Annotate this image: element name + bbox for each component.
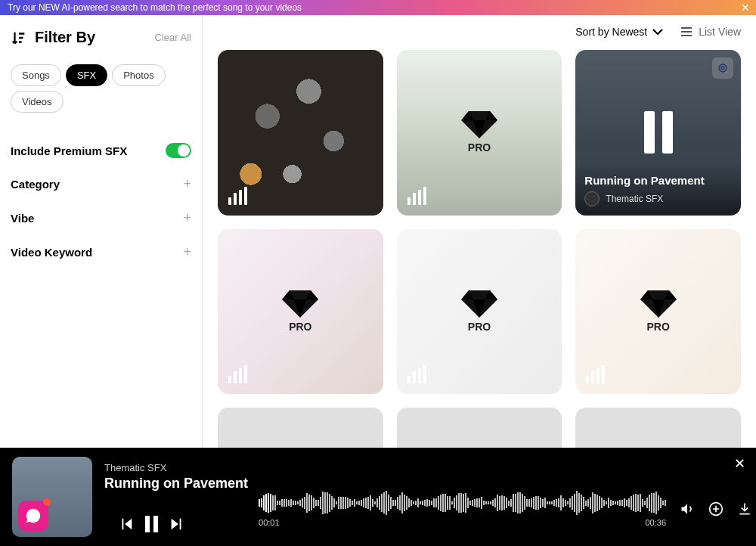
sfx-card[interactable]: PRO — [397, 50, 562, 216]
card-artist: Thematic SFX — [606, 194, 663, 204]
premium-toggle-label: Include Premium SFX — [11, 144, 127, 157]
diamond-icon — [640, 290, 677, 318]
card-title: Running on Pavement — [584, 174, 732, 187]
sfx-card[interactable] — [218, 50, 383, 216]
player-artist: Thematic SFX — [104, 462, 248, 473]
sfx-card[interactable]: PRO — [397, 229, 562, 395]
pause-icon[interactable] — [644, 111, 673, 154]
audio-bars-icon — [407, 187, 426, 205]
close-icon[interactable]: ✕ — [734, 455, 745, 472]
notification-dot — [43, 498, 51, 506]
next-track-icon[interactable] — [169, 516, 185, 532]
plus-icon: + — [183, 210, 191, 226]
list-view-button[interactable]: List View — [680, 26, 741, 38]
tab-photos[interactable]: Photos — [112, 64, 165, 86]
tab-sfx[interactable]: SFX — [66, 64, 107, 86]
chat-button[interactable] — [18, 501, 48, 531]
time-total: 00:36 — [645, 518, 666, 527]
audio-bars-icon — [586, 365, 605, 383]
sfx-card[interactable] — [397, 408, 562, 448]
close-icon[interactable]: ✕ — [741, 2, 750, 14]
premium-toggle[interactable] — [166, 143, 191, 158]
audio-bars-icon — [228, 365, 247, 383]
sfx-card[interactable]: PRO — [218, 229, 383, 395]
promo-banner[interactable]: Try our NEW AI-powered search to match t… — [0, 0, 756, 15]
premium-toggle-row: Include Premium SFX — [11, 134, 191, 167]
volume-icon[interactable] — [680, 501, 695, 517]
tab-songs[interactable]: Songs — [11, 64, 61, 86]
chevron-down-icon — [652, 28, 664, 36]
diamond-icon — [282, 290, 318, 318]
sfx-card[interactable] — [575, 408, 741, 448]
main-content: Sort by Newest List View PRO — [203, 15, 756, 448]
pro-badge: PRO — [640, 290, 677, 333]
waveform[interactable] — [259, 491, 666, 515]
pro-badge: PRO — [282, 290, 318, 333]
filter-vibe[interactable]: Vibe + — [11, 201, 191, 235]
sort-dropdown[interactable]: Sort by Newest — [575, 26, 664, 38]
sfx-card-playing[interactable]: Running on Pavement Thematic SFX — [575, 50, 741, 216]
card-info: Running on Pavement Thematic SFX — [575, 165, 741, 216]
plus-icon: + — [183, 176, 191, 192]
filter-title: Filter By — [11, 29, 95, 46]
tab-videos[interactable]: Videos — [11, 91, 64, 113]
time-current: 00:01 — [259, 518, 280, 527]
filter-video-keyword[interactable]: Video Keyword + — [11, 235, 191, 269]
filter-sidebar: Filter By Clear All Songs SFX Photos Vid… — [0, 15, 203, 448]
sfx-card[interactable] — [218, 408, 383, 448]
audio-bars-icon — [407, 365, 426, 383]
prev-track-icon[interactable] — [118, 516, 135, 532]
diamond-icon — [461, 290, 497, 318]
filter-category[interactable]: Category + — [11, 167, 191, 201]
download-icon[interactable] — [737, 501, 752, 517]
add-icon[interactable] — [708, 501, 723, 517]
artist-avatar — [584, 191, 600, 206]
banner-text: Try our NEW AI-powered search to match t… — [8, 2, 302, 13]
audio-bars-icon — [228, 187, 247, 205]
pro-badge: PRO — [461, 290, 497, 333]
audio-player: ✕ Thematic SFX Running on Pavement 00:01… — [0, 448, 756, 546]
player-title: Running on Pavement — [104, 476, 248, 492]
player-artwork[interactable] — [12, 457, 92, 537]
diamond-icon — [461, 111, 497, 138]
clear-all-button[interactable]: Clear All — [155, 32, 191, 43]
filter-tabs: Songs SFX Photos Videos — [11, 64, 191, 113]
list-icon — [680, 26, 692, 37]
pause-icon[interactable] — [145, 516, 158, 532]
filter-icon — [11, 29, 27, 46]
pro-badge: PRO — [461, 111, 497, 154]
sfx-card[interactable]: PRO — [575, 229, 741, 395]
plus-icon: + — [183, 244, 191, 260]
